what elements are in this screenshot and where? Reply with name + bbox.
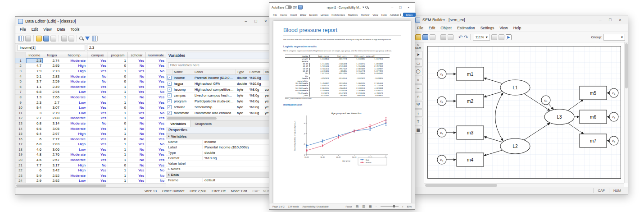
property-row-frame[interactable]: Framedefault [166, 178, 273, 183]
variables-filter-input[interactable] [168, 62, 272, 68]
error-term-ε₇[interactable]: ε₇ [609, 112, 618, 121]
cell-hscomp-23[interactable]: Moderate [61, 173, 87, 179]
variable-row-income[interactable]: ✓incomeParental income ($10,000s)double%… [166, 75, 273, 81]
latent-variable-L1[interactable]: L1 [500, 80, 530, 95]
property-row-notes[interactable]: ▹ Notes [166, 166, 273, 172]
read-mode-icon[interactable]: ▤ [356, 205, 359, 208]
cell-campus-16[interactable]: Yes [87, 137, 108, 142]
row-number[interactable]: 8 [15, 95, 26, 100]
cell-hscomp-24[interactable]: Low [61, 179, 87, 183]
cell-scholar-17[interactable]: Yes [128, 142, 146, 147]
cell-income-2[interactable]: 4.7 [26, 64, 43, 69]
cell-hscomp-2[interactable]: High [61, 64, 87, 69]
cell-campus-24[interactable]: Yes [87, 179, 108, 183]
cell-hsgpa-9[interactable]: 2.7 [43, 100, 61, 106]
cell-hsgpa-11[interactable]: 2.79 [43, 111, 61, 116]
cell-scholar-6[interactable]: Yes [128, 84, 146, 90]
cell-campus-20[interactable]: Yes [87, 157, 108, 163]
variables-manager-icon[interactable] [92, 36, 98, 41]
cell-scholar-10[interactable]: No [128, 105, 146, 111]
error-term-ε₆[interactable]: ε₆ [609, 88, 618, 97]
cell-income-14[interactable]: 6.6 [26, 126, 43, 132]
cell-hsgpa-23[interactable]: 2.52 [43, 173, 61, 179]
cell-campus-18[interactable]: Yes [87, 147, 108, 152]
cell-program-22[interactable]: 1 [108, 168, 128, 173]
paste-icon[interactable] [25, 36, 31, 41]
ribbon-tab[interactable]: Review [359, 13, 371, 17]
cell-program-23[interactable]: 1 [108, 173, 128, 179]
property-row-label[interactable]: LabelParental income ($10,000s) [166, 145, 273, 150]
row-number[interactable]: 23 [15, 173, 26, 179]
menu-item[interactable]: Object [438, 25, 454, 31]
ribbon-tab[interactable]: File [272, 13, 278, 17]
variable-row-scholar[interactable]: ✓scholarScholarshipbyte%8.0gyesno [166, 104, 273, 110]
row-number[interactable]: 9 [15, 100, 26, 106]
cell-hsgpa-4[interactable]: 2.83 [43, 74, 61, 79]
ribbon-tab[interactable]: Help [380, 13, 388, 17]
error-term-ε₈[interactable]: ε₈ [609, 136, 618, 145]
cell-campus-1[interactable]: Yes [87, 58, 108, 64]
cell-scholar-11[interactable]: Yes [128, 111, 146, 116]
cell-hscomp-6[interactable]: Moderate [61, 84, 87, 90]
row-number[interactable]: 24 [15, 179, 26, 183]
share-button[interactable]: Share [403, 13, 416, 17]
cell-hscomp-21[interactable]: High [61, 163, 87, 168]
cell-value-box[interactable]: 2.3 [87, 45, 271, 51]
ribbon-tab[interactable]: Mailings [347, 13, 359, 17]
variable-row-program[interactable]: ✓programParticipated in study-skills pro… [166, 98, 273, 104]
row-number[interactable]: 19 [15, 152, 26, 158]
cell-income-17[interactable]: 6.8 [26, 142, 43, 147]
row-number[interactable]: 7 [15, 90, 26, 95]
cell-program-7[interactable]: 1 [108, 90, 128, 95]
cell-roommate-20[interactable]: Yes [146, 157, 166, 163]
cell-roommate-7[interactable]: No [146, 90, 166, 95]
row-number[interactable]: 3 [15, 69, 26, 74]
print-layout-icon[interactable]: ▥ [362, 205, 365, 208]
ribbon-tab[interactable]: View [371, 13, 379, 17]
row-number[interactable]: 5 [15, 79, 26, 84]
cell-roommate-24[interactable]: No [146, 179, 166, 183]
row-number[interactable]: 1 [15, 58, 26, 64]
cell-income-13[interactable]: 6.8 [26, 121, 43, 126]
cell-income-15[interactable]: 6.4 [26, 131, 43, 137]
cell-roommate-16[interactable]: Yes [146, 137, 166, 142]
cell-hsgpa-13[interactable]: 3.14 [43, 121, 61, 126]
cell-hscomp-9[interactable]: Low [61, 100, 87, 106]
menu-item[interactable]: File [414, 25, 426, 31]
grid-horizontal-scrollbar[interactable] [15, 183, 166, 187]
cell-roommate-23[interactable]: No [146, 173, 166, 179]
cell-scholar-1[interactable]: Yes [128, 58, 146, 64]
variables-horizontal-scrollbar[interactable] [166, 116, 273, 120]
cell-scholar-12[interactable]: No [128, 116, 146, 121]
cell-hscomp-15[interactable]: High [61, 131, 87, 137]
cell-program-14[interactable]: 1 [108, 126, 128, 132]
cell-income-9[interactable]: 2.3 [26, 100, 43, 106]
variable-checkbox[interactable]: ✓ [168, 105, 172, 109]
row-number[interactable]: 11 [15, 111, 26, 116]
cell-hscomp-3[interactable]: High [61, 69, 87, 74]
ribbon-tab[interactable]: Home [279, 13, 288, 17]
row-number[interactable]: 22 [15, 168, 26, 173]
cell-hsgpa-14[interactable]: 3.05 [43, 126, 61, 132]
cell-scholar-18[interactable]: No [128, 147, 146, 152]
variable-checkbox[interactable]: ✓ [168, 76, 172, 80]
cell-program-16[interactable]: 0 [108, 137, 128, 142]
cell-hsgpa-16[interactable]: 2.77 [43, 137, 61, 142]
cell-program-17[interactable]: 1 [108, 142, 128, 147]
menu-item[interactable]: View [497, 25, 510, 31]
zoom-combobox[interactable]: 111% ▾ [473, 34, 490, 41]
vertical-scrollbar[interactable] [624, 42, 628, 183]
zoom-in-button[interactable]: + [402, 205, 404, 208]
minimize-button[interactable]: – [241, 18, 251, 25]
row-number[interactable]: 20 [15, 157, 26, 163]
find-icon[interactable] [79, 37, 83, 40]
cell-income-18[interactable]: 4.6 [26, 147, 43, 152]
maximize-button[interactable]: □ [396, 4, 404, 10]
variables-column-header[interactable]: Name [172, 69, 193, 74]
cell-program-18[interactable]: 1 [108, 147, 128, 152]
row-number[interactable]: 17 [15, 142, 26, 147]
cell-campus-6[interactable]: Yes [87, 84, 108, 90]
group-combobox[interactable]: ▾ [603, 34, 625, 41]
zoom-level[interactable]: 80% [407, 205, 412, 208]
ribbon-tab[interactable]: Insert [289, 13, 299, 17]
